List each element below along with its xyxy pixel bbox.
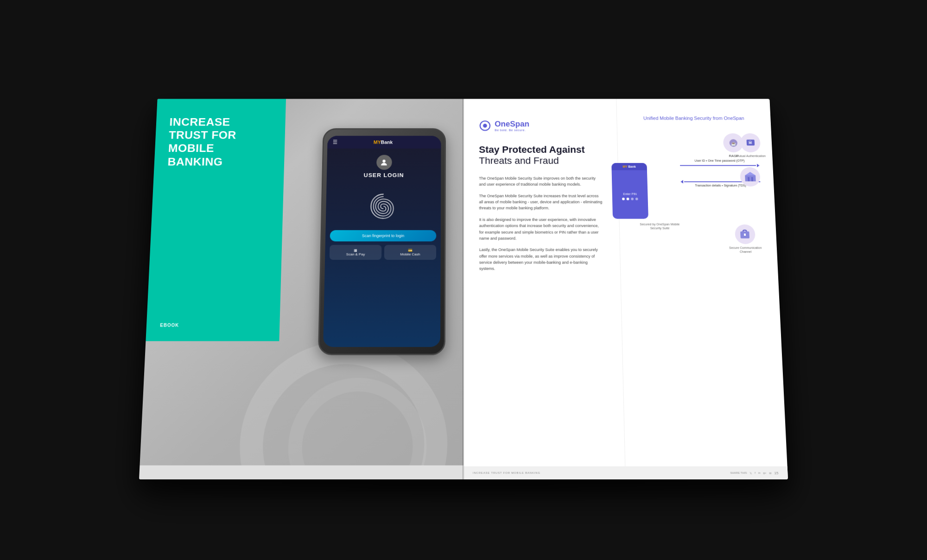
page-bottom-bar-right: INCREASE TRUST FOR MOBILE BANKING SHARE … [464,466,788,479]
onespan-logo: OneSpan Be bold. Be secure. [479,120,602,131]
bank-building-area [740,167,761,188]
content-column: OneSpan Be bold. Be secure. Stay Protect… [464,99,626,479]
mobile-cash-button[interactable]: 💳 Mobile Cash [384,245,436,259]
page-right: OneSpan Be bold. Be secure. Stay Protect… [464,99,788,479]
logo-onespan-text: OneSpan [495,120,529,128]
phone-header: ☰ MYBank [327,136,441,148]
heading-bold: Stay Protected Against [479,144,585,155]
diagram-column: Unified Mobile Banking Security from One… [616,99,788,479]
cash-icon: 💳 [386,248,434,252]
logo-text: OneSpan Be bold. Be secure. [495,120,529,131]
ebook-label: eBOOK [160,322,266,327]
svg-text:🏛: 🏛 [748,140,752,144]
scan-pay-label: Scan & Pay [331,252,380,256]
diagram-center-labels: User ID • One Time password (OTP) [680,158,760,167]
bank-bank: Bank [381,139,393,145]
mutual-auth-icon: 🏛 [740,133,761,152]
book: INCREASE TRUST FOR MOBILE BANKING eBOOK … [139,99,788,479]
book-title: INCREASE TRUST FOR MOBILE BANKING [167,115,273,168]
mutual-auth-area: 🏛 Mutual Authentication [735,133,766,157]
mobile-cash-label: Mobile Cash [386,252,434,256]
green-panel: INCREASE TRUST FOR MOBILE BANKING eBOOK [146,99,286,341]
arrow-right-1 [680,164,760,167]
diagram-secured-label: Secured by OneSpan Mobile Security Suite [640,222,680,230]
qr-icon: ▦ [331,248,380,252]
phone-login-text: USER LOGIN [331,172,436,178]
googleplus-icon: g+ [763,471,766,474]
diagram-title: Unified Mobile Banking Security from One… [628,115,760,120]
content-para-4: Lastly, the OneSpan Mobile Security Suit… [479,246,605,272]
facebook-icon: f [755,471,756,474]
fingerprint-area [326,184,441,227]
diagram-phone-header: MY Bank [611,163,647,170]
diagram-bank-name: Bank [628,165,635,168]
pin-dot-3 [631,197,634,200]
secure-channel-label: Secure Communication Channel [727,245,763,253]
secure-channel-icon [734,224,755,244]
content-para-1: The OneSpan Mobile Security Suite improv… [479,175,603,188]
arrow-bar [680,165,756,165]
svg-point-0 [382,159,385,162]
arrow-head-2 [680,180,683,183]
phone-screen: ☰ MYBank [323,136,441,347]
twitter-icon: 𝕏 [749,471,752,474]
book-container: INCREASE TRUST FOR MOBILE BANKING eBOOK … [139,81,788,479]
diagram-area: MY Bank Enter PIN [629,133,767,262]
user-avatar-icon [376,155,392,170]
svg-rect-10 [751,176,753,181]
bank-my: MY [374,139,381,145]
pin-dot-4 [635,197,638,200]
heading-light: Threats and Fraud [479,155,559,166]
phone-bottom-buttons: ▦ Scan & Pay 💳 Mobile Cash [330,245,436,259]
page-number: 15 [774,471,778,475]
phone-device: ☰ MYBank [318,128,446,355]
scan-pay-button[interactable]: ▦ Scan & Pay [330,245,382,259]
svg-rect-9 [748,176,749,181]
userid-label: User ID • One Time password (OTP) [680,158,760,162]
diagram-phone: MY Bank Enter PIN [638,150,680,230]
footer-left-text: INCREASE TRUST FOR MOBILE BANKING [473,471,540,474]
bank-building-icon [740,167,761,187]
page-bottom-bar-left [139,465,464,479]
share-this-text: SHARE THIS [730,471,747,474]
secure-channel-area: Secure Communication Channel [727,224,764,253]
onespan-logo-icon [479,120,491,131]
svg-rect-7 [745,175,756,181]
svg-point-2 [483,124,487,127]
svg-rect-12 [744,233,746,236]
content-para-2: The OneSpan Mobile Security Suite increa… [479,193,603,211]
email-icon: ✉ [769,471,771,474]
book-spine [463,99,464,479]
scan-fingerprint-button[interactable]: Scan fingerprint to login [330,230,437,241]
content-para-3: It is also designed to improve the user … [479,216,604,241]
page-left: INCREASE TRUST FOR MOBILE BANKING eBOOK … [139,99,464,479]
mutual-auth-label: Mutual Authentication [736,154,766,157]
phone-bank-name: MYBank [374,139,393,145]
linkedin-icon: in [758,471,761,474]
diagram-bank-my: MY [622,165,627,168]
content-heading: Stay Protected Against Threats and Fraud [479,144,602,166]
arrow-head [757,164,760,167]
diagram-pin-dots [622,197,638,200]
logo-tagline-text: Be bold. Be secure. [495,128,529,131]
diagram-phone-device: MY Bank Enter PIN [611,163,648,219]
footer-right-area: SHARE THIS 𝕏 f in g+ ✉ 15 [730,471,778,475]
pin-dot-1 [622,197,625,200]
svg-marker-8 [744,171,755,175]
phone-login-area: USER LOGIN [327,148,441,184]
pin-dot-2 [627,197,629,200]
hamburger-icon: ☰ [333,139,338,145]
diagram-enter-pin: Enter PIN [623,192,636,195]
